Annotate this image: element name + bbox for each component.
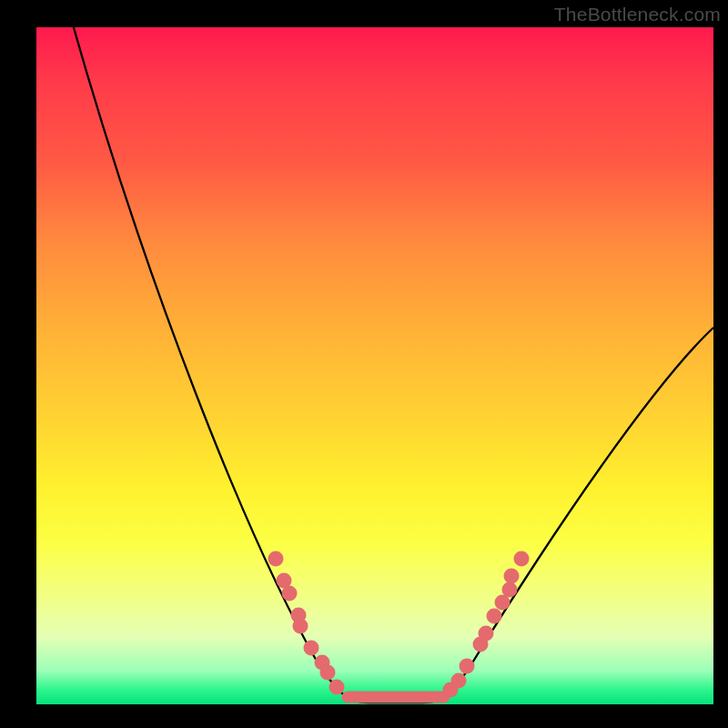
data-point-dot xyxy=(304,641,319,656)
data-point-dot xyxy=(320,665,336,681)
bottleneck-curve xyxy=(71,18,713,703)
data-point-dot xyxy=(282,586,298,602)
watermark-text: TheBottleneck.com xyxy=(554,4,721,25)
data-point-dot xyxy=(504,569,520,584)
chart-frame: TheBottleneck.com xyxy=(0,0,728,728)
data-point-dot xyxy=(268,551,284,567)
dots-right-cluster xyxy=(443,551,530,698)
data-point-dot xyxy=(487,609,502,624)
data-point-dot xyxy=(451,673,467,689)
data-point-dot xyxy=(479,626,494,642)
plot-gradient-area xyxy=(36,27,713,704)
data-point-dot xyxy=(293,619,308,634)
dots-left-cluster xyxy=(268,551,345,695)
data-point-dot xyxy=(329,680,345,695)
data-point-dot xyxy=(514,551,530,567)
data-point-dot xyxy=(460,659,475,674)
curve-layer xyxy=(36,27,713,704)
data-point-dot xyxy=(502,582,518,598)
